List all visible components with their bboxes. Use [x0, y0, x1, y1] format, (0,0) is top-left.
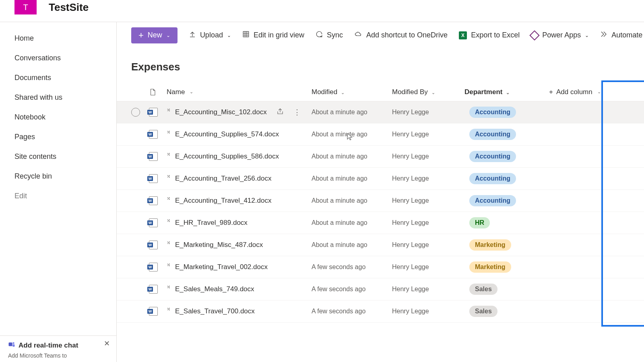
modified-header-label: Modified	[312, 88, 337, 96]
list-title: Expenses	[117, 49, 644, 83]
word-doc-icon: W	[149, 174, 158, 183]
new-indicator-icon: ⤭	[167, 152, 170, 157]
table-row[interactable]: W ⤭ E_Marketing_Travel_002.docx A few se…	[117, 256, 644, 278]
plus-icon: +	[138, 30, 144, 41]
department-pill[interactable]: Marketing	[469, 239, 511, 251]
file-name[interactable]: E_Sales_Meals_749.docx	[175, 285, 254, 293]
table-row[interactable]: W ⤭ E_Accounting_Travel_256.docx About a…	[117, 168, 644, 190]
modified-text: A few seconds ago	[312, 308, 365, 315]
automate-icon	[600, 31, 607, 40]
table-row[interactable]: W ⤭ E_Accounting_Supplies_586.docx About…	[117, 146, 644, 168]
select-circle[interactable]	[131, 108, 140, 117]
modified-by-text: Henry Legge	[392, 308, 429, 315]
edit-grid-button[interactable]: Edit in grid view	[242, 31, 304, 40]
department-pill[interactable]: Accounting	[469, 195, 516, 206]
word-doc-icon: W	[149, 263, 158, 272]
file-type-column[interactable]	[149, 88, 167, 97]
file-name[interactable]: E_Sales_Travel_700.docx	[175, 307, 255, 315]
new-indicator-icon: ⤭	[167, 306, 170, 312]
department-column-header[interactable]: Department ⌄	[464, 88, 533, 96]
modified-by-text: Henry Legge	[392, 286, 429, 293]
promo-title-text: Add real-time chat	[19, 341, 78, 350]
share-icon[interactable]	[277, 108, 284, 117]
name-column-header[interactable]: Name ⌄	[167, 88, 312, 96]
more-icon[interactable]: ⋮	[293, 108, 301, 117]
new-indicator-icon: ⤭	[167, 130, 170, 135]
word-doc-icon: W	[149, 241, 158, 249]
new-button-label: New	[148, 31, 162, 39]
table-row[interactable]: W ⤭ E_Accounting_Misc_102.docx ⋮ About a…	[117, 101, 644, 123]
name-header-label: Name	[167, 88, 185, 96]
new-indicator-icon: ⤭	[167, 284, 170, 290]
svg-point-1	[12, 342, 14, 344]
onedrive-shortcut-button[interactable]: Add shortcut to OneDrive	[354, 31, 448, 40]
department-pill[interactable]: Sales	[469, 284, 497, 295]
department-pill[interactable]: Sales	[469, 306, 497, 317]
svg-rect-0	[9, 343, 12, 346]
table-row[interactable]: W ⤭ E_Accounting_Supplies_574.docx About…	[117, 123, 644, 146]
modified-text: A few seconds ago	[312, 263, 365, 271]
table-row[interactable]: W ⤭ E_HR_Travel_989.docx About a minute …	[117, 212, 644, 234]
sidebar-item-recycle-bin[interactable]: Recycle bin	[0, 167, 116, 186]
add-column-button[interactable]: + Add column ⌄	[549, 88, 621, 96]
sidebar-item-site-contents[interactable]: Site contents	[0, 147, 116, 167]
file-name[interactable]: E_Accounting_Supplies_574.docx	[175, 130, 279, 138]
new-indicator-icon: ⤭	[167, 218, 170, 223]
modified-text: About a minute ago	[312, 153, 367, 160]
sync-button[interactable]: Sync	[316, 31, 343, 40]
file-name[interactable]: E_Accounting_Misc_102.docx	[175, 108, 267, 116]
table-row[interactable]: W ⤭ E_Sales_Travel_700.docx A few second…	[117, 300, 644, 323]
power-apps-button[interactable]: Power Apps ⌄	[531, 31, 589, 39]
table-row[interactable]: W ⤭ E_Marketing_Misc_487.docx About a mi…	[117, 234, 644, 256]
teams-promo: ✕ Add real-time chat Add Microsoft Teams…	[0, 335, 116, 362]
site-logo[interactable]: T	[14, 0, 37, 14]
department-pill[interactable]: Accounting	[469, 151, 516, 162]
table-row[interactable]: W ⤭ E_Accounting_Travel_412.docx About a…	[117, 190, 644, 212]
sidebar-item-edit[interactable]: Edit	[0, 186, 116, 206]
department-header-label: Department	[464, 88, 502, 96]
modified-by-text: Henry Legge	[392, 263, 429, 271]
department-pill[interactable]: Accounting	[469, 129, 516, 140]
chevron-down-icon: ⌄	[597, 89, 601, 95]
modified-column-header[interactable]: Modified ⌄	[312, 88, 392, 96]
onedrive-icon	[354, 31, 362, 40]
export-excel-button[interactable]: X Export to Excel	[459, 31, 520, 39]
site-title[interactable]: TestSite	[49, 1, 89, 14]
sidebar-item-pages[interactable]: Pages	[0, 127, 116, 147]
sidebar-item-documents[interactable]: Documents	[0, 68, 116, 88]
file-name[interactable]: E_Marketing_Misc_487.docx	[175, 241, 263, 249]
sync-icon	[316, 31, 323, 40]
sidebar-item-shared[interactable]: Shared with us	[0, 88, 116, 107]
sidebar-item-notebook[interactable]: Notebook	[0, 107, 116, 127]
file-name[interactable]: E_Accounting_Supplies_586.docx	[175, 152, 279, 160]
modified-by-text: Henry Legge	[392, 175, 429, 182]
modified-text: About a minute ago	[312, 219, 367, 226]
file-name[interactable]: E_Marketing_Travel_002.docx	[175, 263, 268, 271]
new-button[interactable]: + New ⌄	[131, 27, 178, 43]
file-name[interactable]: E_Accounting_Travel_412.docx	[175, 197, 271, 205]
close-icon[interactable]: ✕	[104, 339, 110, 348]
sidebar-item-conversations[interactable]: Conversations	[0, 48, 116, 68]
grid-icon	[242, 31, 250, 40]
promo-subtitle: Add Microsoft Teams to	[8, 352, 110, 359]
department-pill[interactable]: Accounting	[469, 173, 516, 184]
upload-button[interactable]: Upload ⌄	[189, 31, 231, 40]
modified-by-text: Henry Legge	[392, 241, 429, 249]
department-pill[interactable]: HR	[469, 217, 490, 228]
new-indicator-icon: ⤭	[167, 107, 170, 113]
department-pill[interactable]: Accounting	[469, 107, 516, 118]
document-list: Name ⌄ Modified ⌄ Modified By ⌄ Departme…	[117, 83, 644, 323]
modified-by-text: Henry Legge	[392, 131, 429, 138]
automate-button[interactable]: Automate	[600, 31, 642, 40]
chevron-down-icon: ⌄	[506, 90, 510, 95]
modified-by-column-header[interactable]: Modified By ⌄	[392, 88, 464, 96]
file-name[interactable]: E_HR_Travel_989.docx	[175, 219, 248, 227]
onedrive-label: Add shortcut to OneDrive	[366, 31, 448, 39]
modified-by-text: Henry Legge	[392, 109, 429, 116]
new-indicator-icon: ⤭	[167, 196, 170, 201]
file-name[interactable]: E_Accounting_Travel_256.docx	[175, 175, 271, 183]
modified-text: A few seconds ago	[312, 286, 365, 293]
sidebar-item-home[interactable]: Home	[0, 29, 116, 48]
department-pill[interactable]: Marketing	[469, 261, 511, 273]
table-row[interactable]: W ⤭ E_Sales_Meals_749.docx A few seconds…	[117, 278, 644, 300]
